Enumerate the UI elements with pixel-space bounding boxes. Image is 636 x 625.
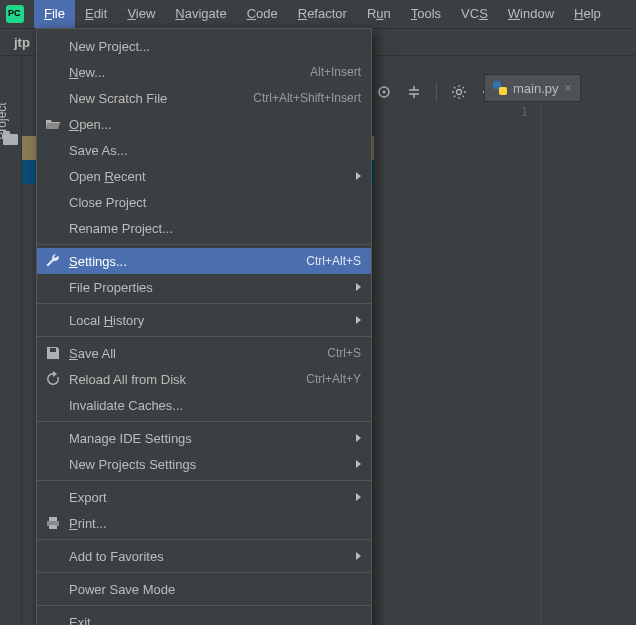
file-menu-new-projects-settings[interactable]: New Projects Settings	[37, 451, 371, 477]
menu-refactor[interactable]: Refactor	[288, 0, 357, 28]
shortcut-label: Ctrl+Alt+S	[306, 254, 361, 268]
chevron-right-icon	[356, 493, 361, 501]
menu-item-label: New Project...	[69, 39, 361, 54]
svg-point-1	[383, 91, 386, 94]
svg-rect-6	[49, 525, 57, 529]
menu-separator	[37, 336, 371, 337]
shortcut-label: Ctrl+S	[327, 346, 361, 360]
file-menu-new-project[interactable]: New Project...	[37, 33, 371, 59]
menu-item-label: Power Save Mode	[69, 582, 361, 597]
menu-window[interactable]: Window	[498, 0, 564, 28]
menu-run[interactable]: Run	[357, 0, 401, 28]
editor-tab-label: main.py	[513, 81, 559, 96]
file-menu-reload-all-from-disk[interactable]: Reload All from DiskCtrl+Alt+Y	[37, 366, 371, 392]
file-menu-open[interactable]: Open...	[37, 111, 371, 137]
file-menu-invalidate-caches[interactable]: Invalidate Caches...	[37, 392, 371, 418]
file-menu-close-project[interactable]: Close Project	[37, 189, 371, 215]
select-opened-file-icon[interactable]	[376, 84, 392, 100]
editor-gutter: 1	[504, 104, 534, 119]
menu-item-label: Open...	[69, 117, 361, 132]
menu-item-label: Invalidate Caches...	[69, 398, 361, 413]
file-menu-open-recent[interactable]: Open Recent	[37, 163, 371, 189]
menu-item-label: Settings...	[69, 254, 306, 269]
file-menu-exit[interactable]: Exit	[37, 609, 371, 625]
file-menu-file-properties[interactable]: File Properties	[37, 274, 371, 300]
file-menu-new-scratch-file[interactable]: New Scratch FileCtrl+Alt+Shift+Insert	[37, 85, 371, 111]
svg-rect-4	[49, 517, 57, 521]
menu-item-label: New Projects Settings	[69, 457, 361, 472]
menu-item-label: File Properties	[69, 280, 361, 295]
menu-item-label: Open Recent	[69, 169, 361, 184]
file-menu-local-history[interactable]: Local History	[37, 307, 371, 333]
chevron-right-icon	[356, 172, 361, 180]
chevron-right-icon	[356, 434, 361, 442]
wrench-icon	[45, 253, 61, 269]
menu-help[interactable]: Help	[564, 0, 611, 28]
menu-separator	[37, 244, 371, 245]
folder-icon	[3, 134, 18, 145]
sidebar: Project	[0, 56, 22, 625]
expand-all-icon[interactable]	[406, 84, 422, 100]
chevron-right-icon	[356, 460, 361, 468]
close-icon[interactable]: ×	[565, 81, 572, 95]
file-menu-print[interactable]: Print...	[37, 510, 371, 536]
menu-separator	[37, 421, 371, 422]
menu-separator	[37, 605, 371, 606]
file-menu-add-to-favorites[interactable]: Add to Favorites	[37, 543, 371, 569]
project-name[interactable]: jtp	[14, 35, 30, 50]
menu-navigate[interactable]: Navigate	[165, 0, 236, 28]
menu-file[interactable]: File	[34, 0, 75, 28]
save-icon	[45, 345, 61, 361]
menu-view[interactable]: View	[117, 0, 165, 28]
file-menu-save-all[interactable]: Save AllCtrl+S	[37, 340, 371, 366]
line-number: 1	[504, 104, 528, 119]
svg-point-2	[457, 90, 462, 95]
settings-gear-icon[interactable]	[451, 84, 467, 100]
menu-code[interactable]: Code	[237, 0, 288, 28]
chevron-right-icon	[356, 552, 361, 560]
shortcut-label: Alt+Insert	[310, 65, 361, 79]
menu-item-label: Save As...	[69, 143, 361, 158]
shortcut-label: Ctrl+Alt+Shift+Insert	[253, 91, 361, 105]
menu-item-label: Save All	[69, 346, 327, 361]
menu-item-label: Close Project	[69, 195, 361, 210]
reload-icon	[45, 371, 61, 387]
folder-open-icon	[45, 116, 61, 132]
file-menu-new[interactable]: New...Alt+Insert	[37, 59, 371, 85]
file-menu-dropdown: New Project...New...Alt+InsertNew Scratc…	[36, 28, 372, 625]
menu-item-label: New...	[69, 65, 310, 80]
file-menu-save-as[interactable]: Save As...	[37, 137, 371, 163]
file-menu-export[interactable]: Export	[37, 484, 371, 510]
print-icon	[45, 515, 61, 531]
menu-item-label: Rename Project...	[69, 221, 361, 236]
menu-separator	[37, 572, 371, 573]
toolbar	[376, 82, 497, 102]
app-icon	[6, 5, 24, 23]
menu-vcs[interactable]: VCS	[451, 0, 498, 28]
file-menu-power-save-mode[interactable]: Power Save Mode	[37, 576, 371, 602]
chevron-right-icon	[356, 283, 361, 291]
menu-separator	[37, 539, 371, 540]
menu-separator	[37, 480, 371, 481]
menu-item-label: Exit	[69, 615, 361, 626]
menu-item-label: Export	[69, 490, 361, 505]
menu-tools[interactable]: Tools	[401, 0, 451, 28]
menu-item-label: Reload All from Disk	[69, 372, 306, 387]
toolbar-separator	[436, 82, 437, 102]
menubar: FileEditViewNavigateCodeRefactorRunTools…	[0, 0, 636, 28]
menu-item-label: Add to Favorites	[69, 549, 361, 564]
editor-area[interactable]	[540, 104, 636, 625]
file-menu-manage-ide-settings[interactable]: Manage IDE Settings	[37, 425, 371, 451]
file-menu-settings[interactable]: Settings...Ctrl+Alt+S	[37, 248, 371, 274]
menu-edit[interactable]: Edit	[75, 0, 117, 28]
python-file-icon	[493, 81, 507, 95]
editor-tab[interactable]: main.py ×	[484, 74, 581, 102]
file-menu-rename-project[interactable]: Rename Project...	[37, 215, 371, 241]
menu-item-label: Local History	[69, 313, 361, 328]
menu-item-label: Print...	[69, 516, 361, 531]
menu-item-label: New Scratch File	[69, 91, 253, 106]
menu-separator	[37, 303, 371, 304]
shortcut-label: Ctrl+Alt+Y	[306, 372, 361, 386]
menu-item-label: Manage IDE Settings	[69, 431, 361, 446]
chevron-right-icon	[356, 316, 361, 324]
